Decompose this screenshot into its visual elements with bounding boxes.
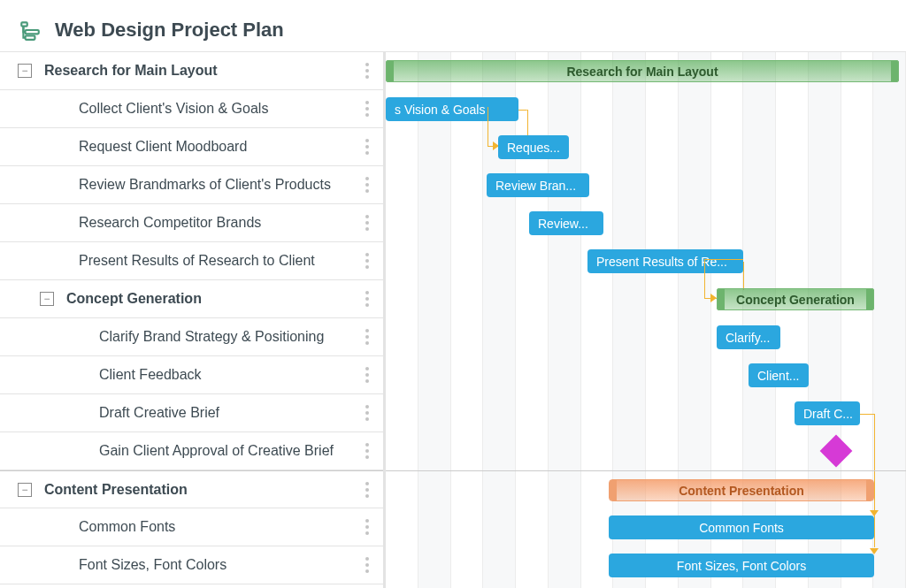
task-list: − Research for Main Layout Collect Clien… xyxy=(0,52,383,588)
gantt-task-bar[interactable]: Present Results of Re... xyxy=(587,249,743,273)
group-row-research[interactable]: − Research for Main Layout xyxy=(0,52,383,90)
gantt-task-bar[interactable]: Reques... xyxy=(498,135,569,159)
task-row[interactable]: Present Results of Research to Client xyxy=(0,242,383,280)
svg-rect-2 xyxy=(26,36,35,40)
milestone-icon[interactable] xyxy=(820,435,853,468)
gantt-task-bar[interactable]: Font Sizes, Font Colors xyxy=(609,554,874,577)
task-row[interactable]: Font Sizes, Font Colors xyxy=(0,546,383,584)
more-icon[interactable] xyxy=(358,249,376,272)
gantt-task-bar[interactable]: Review Bran... xyxy=(487,173,589,197)
header: Web Design Project Plan xyxy=(0,0,906,51)
group-label: Content Presentation xyxy=(44,482,358,498)
collapse-toggle[interactable]: − xyxy=(40,292,54,306)
gantt-group-bar[interactable]: Research for Main Layout xyxy=(386,60,899,82)
task-label: Collect Client's Vision & Goals xyxy=(79,101,358,117)
task-row[interactable]: Draft Creative Brief xyxy=(0,394,383,432)
task-label: Request Client Moodboard xyxy=(79,139,358,155)
more-icon[interactable] xyxy=(358,478,376,501)
task-label: Font Sizes, Font Colors xyxy=(79,557,358,573)
group-row-concept[interactable]: − Concept Generation xyxy=(0,280,383,318)
svg-rect-1 xyxy=(26,30,39,34)
gantt-task-bar[interactable]: Review... xyxy=(529,211,603,235)
gantt-chart[interactable]: Research for Main Layout s Vision & Goal… xyxy=(383,52,906,588)
task-label: Client Feedback xyxy=(99,367,358,383)
task-row[interactable]: Common Fonts xyxy=(0,508,383,546)
more-icon[interactable] xyxy=(358,515,376,538)
task-row[interactable]: Request Client Moodboard xyxy=(0,128,383,166)
gantt-group-bar[interactable]: Content Presentation xyxy=(609,479,874,501)
more-icon[interactable] xyxy=(358,97,376,120)
more-icon[interactable] xyxy=(358,287,376,310)
task-row[interactable]: Review Brandmarks of Client's Products xyxy=(0,166,383,204)
task-row[interactable]: Collect Client's Vision & Goals xyxy=(0,90,383,128)
task-label: Gain Client Approval of Creative Brief xyxy=(99,443,358,459)
group-label: Concept Generation xyxy=(66,291,358,307)
more-icon[interactable] xyxy=(358,325,376,348)
more-icon[interactable] xyxy=(358,554,376,577)
more-icon[interactable] xyxy=(358,135,376,158)
collapse-toggle[interactable]: − xyxy=(18,64,32,78)
task-row[interactable]: Client Feedback xyxy=(0,356,383,394)
task-label: Clarify Brand Strategy & Positioning xyxy=(99,329,358,345)
task-label: Research Competitor Brands xyxy=(79,215,358,231)
group-label: Research for Main Layout xyxy=(44,63,358,79)
gantt-task-bar[interactable]: s Vision & Goals xyxy=(386,97,518,121)
task-row[interactable]: Gain Client Approval of Creative Brief xyxy=(0,432,383,470)
gantt-task-bar[interactable]: Draft C... xyxy=(795,401,860,425)
more-icon[interactable] xyxy=(358,211,376,234)
project-icon xyxy=(18,18,42,42)
more-icon[interactable] xyxy=(358,59,376,82)
gantt-group-bar[interactable]: Concept Generation xyxy=(717,288,874,310)
more-icon[interactable] xyxy=(358,401,376,424)
task-label: Draft Creative Brief xyxy=(99,405,358,421)
more-icon[interactable] xyxy=(358,173,376,196)
page-title: Web Design Project Plan xyxy=(55,19,284,42)
task-label: Review Brandmarks of Client's Products xyxy=(79,177,358,193)
more-icon[interactable] xyxy=(358,363,376,386)
more-icon[interactable] xyxy=(358,439,376,462)
task-label: Common Fonts xyxy=(79,519,358,535)
group-row-content[interactable]: − Content Presentation xyxy=(0,470,383,508)
gantt-task-bar[interactable]: Client... xyxy=(749,363,809,387)
collapse-toggle[interactable]: − xyxy=(18,483,32,497)
gantt-task-bar[interactable]: Clarify... xyxy=(717,325,780,349)
svg-rect-0 xyxy=(21,22,27,26)
gantt-task-bar[interactable]: Common Fonts xyxy=(609,515,874,539)
task-row[interactable]: Clarify Brand Strategy & Positioning xyxy=(0,318,383,356)
task-label: Present Results of Research to Client xyxy=(79,253,358,269)
task-row[interactable]: Research Competitor Brands xyxy=(0,204,383,242)
